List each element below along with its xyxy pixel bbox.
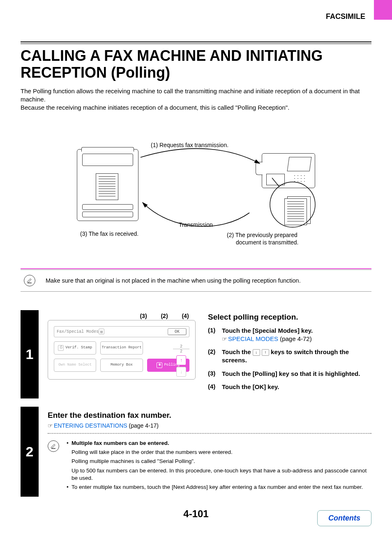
lcd-page-indicator: 2 2 bbox=[173, 344, 189, 354]
lcd-own-name-button[interactable]: Own Name Select bbox=[54, 359, 96, 372]
mfp-illustration bbox=[77, 149, 138, 221]
lcd-ok-button[interactable]: OK bbox=[168, 328, 187, 335]
step-number-2: 2 bbox=[21, 407, 39, 497]
stamp-icon: ⎙ bbox=[58, 345, 64, 351]
diagram-label-1: (1) Requests fax transmission. bbox=[151, 142, 228, 148]
rule-heavy bbox=[21, 41, 371, 42]
step-1: 1 (3) (2) (4) Fax/Specia bbox=[21, 310, 371, 399]
intro-p1: The Polling function allows the receivin… bbox=[21, 87, 371, 104]
rule-light bbox=[21, 44, 371, 44]
step1-heading: Select polling reception. bbox=[208, 313, 371, 322]
lcd-callouts: (3) (2) (4) bbox=[48, 313, 196, 319]
diagram-label-2: (2) The previously prepared document is … bbox=[227, 231, 299, 246]
lcd-panel-wrap: (3) (2) (4) Fax/Special Modes ▤ bbox=[48, 313, 196, 380]
lcd-title: Fax/Special Modes bbox=[57, 329, 99, 334]
polling-diagram: (1) Requests fax transmission. Transmiss… bbox=[65, 141, 327, 248]
special-modes-link[interactable]: SPECIAL MODES bbox=[228, 335, 278, 342]
lcd-verif-stamp-button[interactable]: ⎙ Verif. Stamp bbox=[54, 341, 96, 355]
pencil-note-icon bbox=[24, 275, 35, 286]
step1-instructions: Select polling reception. (1) Touch the … bbox=[208, 313, 371, 396]
intro-text: The Polling function allows the receivin… bbox=[21, 87, 371, 112]
pointer-icon: ☞ bbox=[222, 336, 227, 342]
up-key-icon: ↑ bbox=[262, 349, 269, 356]
section-label: FACSIMILE bbox=[21, 12, 371, 21]
lcd-up-button[interactable]: ↑ bbox=[176, 355, 186, 365]
note-text: Make sure that an original is not placed… bbox=[46, 277, 301, 284]
contents-button[interactable]: Contents bbox=[317, 510, 371, 526]
fax-machine-illustration bbox=[262, 153, 315, 188]
lcd-transaction-report-button[interactable]: Transaction Report bbox=[100, 341, 143, 355]
page-title: CALLING A FAX MACHINE AND INITIATING REC… bbox=[21, 47, 371, 81]
entering-destinations-link[interactable]: ENTERING DESTINATIONS bbox=[54, 422, 127, 429]
diagram-label-3: (3) The fax is received. bbox=[80, 230, 138, 237]
pointer-icon: ☞ bbox=[48, 422, 53, 429]
step2-subref: ☞ENTERING DESTINATIONS (page 4-17) bbox=[48, 422, 371, 429]
down-key-icon: ↓ bbox=[253, 349, 260, 356]
lcd-down-button[interactable]: ↓ bbox=[176, 367, 186, 377]
pencil-note-icon bbox=[48, 440, 59, 452]
intro-p2: Because the receiving machine initiates … bbox=[21, 104, 371, 112]
document-stack-illustration bbox=[284, 198, 307, 225]
diagram-label-transmission: Transmission bbox=[179, 221, 213, 228]
dotted-divider bbox=[48, 433, 371, 434]
step2-notes: Multiple fax numbers can be entered. Pol… bbox=[67, 440, 371, 493]
step2-heading: Enter the destination fax number. bbox=[48, 411, 371, 420]
lcd-memory-box-button[interactable]: Memory Box bbox=[100, 359, 143, 372]
page: FACSIMILE CALLING A FAX MACHINE AND INIT… bbox=[0, 0, 392, 536]
step-2: 2 Enter the destination fax number. ☞ENT… bbox=[21, 407, 371, 497]
lcd-panel: Fax/Special Modes ▤ OK ⎙ Verif. Stamp Tr… bbox=[48, 320, 196, 380]
polling-icon: ☎ bbox=[157, 362, 162, 368]
step-number-1: 1 bbox=[21, 310, 39, 399]
note-block: Make sure that an original is not placed… bbox=[21, 268, 371, 292]
lcd-mode-icon: ▤ bbox=[99, 329, 104, 334]
